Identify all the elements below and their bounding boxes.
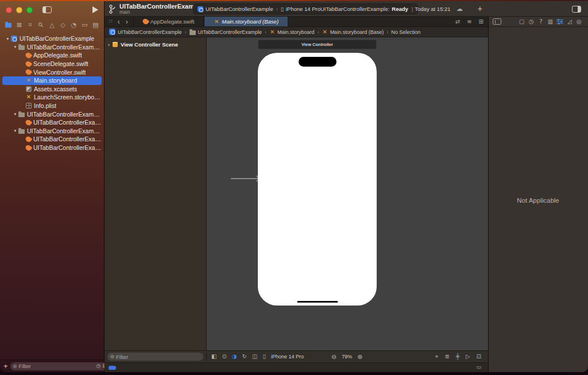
debug-navigator-icon[interactable]: ◔: [69, 20, 79, 29]
swift-file-icon: [25, 52, 33, 59]
history-inspector-icon: ◷: [529, 19, 534, 25]
attributes-inspector-icon[interactable]: [556, 17, 564, 26]
history-inspector-icon[interactable]: ◷: [527, 17, 536, 26]
editor-tab[interactable]: ✕Main.storyboard (Base): [204, 17, 288, 26]
breadcrumb-item[interactable]: No Selection: [391, 29, 420, 35]
add-constraints-icon[interactable]: ╪: [456, 354, 459, 359]
traffic-light-close[interactable]: [6, 7, 12, 13]
add-file-button[interactable]: +: [3, 362, 8, 370]
traffic-light-zoom[interactable]: [26, 7, 33, 13]
size-inspector-icon[interactable]: ◿: [565, 17, 574, 26]
find-navigator-icon[interactable]: ⚲: [36, 20, 46, 29]
zoom-level[interactable]: 79%: [342, 354, 352, 359]
canvas-device-label[interactable]: iPhone 14 Pro: [271, 354, 304, 359]
align-icon[interactable]: ≣: [444, 354, 449, 359]
tab-strip: AppDelegate.swift✕Main.storyboard (Base): [133, 17, 288, 26]
file-tree-item[interactable]: ✕Main.storyboard: [2, 76, 102, 85]
traffic-light-minimize[interactable]: [16, 7, 22, 13]
file-tree-item[interactable]: ▾UITabBarControllerExample: [2, 34, 102, 43]
storyboard-canvas[interactable]: View Controller: [207, 37, 488, 350]
safe-area-icon[interactable]: ⊙: [222, 354, 226, 359]
symbol-navigator-icon[interactable]: ⌗: [25, 20, 35, 29]
code-review-icon[interactable]: ⇄: [455, 19, 460, 25]
disclosure-chevron[interactable]: ▾: [5, 36, 11, 41]
appearance-toggle-icon[interactable]: ◑: [232, 354, 237, 359]
resolve-layout-icon[interactable]: ▷: [466, 354, 470, 359]
disclosure-chevron[interactable]: ▾: [12, 111, 18, 117]
test-navigator-icon[interactable]: ◇: [58, 20, 68, 29]
file-tree-item[interactable]: SceneDelegate.swift: [2, 60, 102, 68]
variants-icon[interactable]: ◫: [252, 354, 257, 359]
file-tree-item[interactable]: Info.plist: [2, 102, 102, 110]
file-tree-item[interactable]: Assets.xcassets: [2, 85, 102, 94]
inspector-toggle-icon[interactable]: [572, 6, 581, 13]
document-outline: › View Controller Scene: [105, 37, 207, 350]
update-frames-icon[interactable]: ⌖: [435, 354, 439, 359]
navigator-filter[interactable]: ◎ ◷ ⊟: [10, 362, 110, 370]
breadcrumb-item[interactable]: UITabBarControllerExample: [109, 29, 182, 35]
add-tab-button[interactable]: +: [478, 4, 482, 13]
run-button[interactable]: [92, 6, 98, 13]
file-tree-item[interactable]: UITabBarControllerExample…: [2, 144, 102, 152]
disclosure-chevron[interactable]: ▾: [12, 128, 18, 133]
initial-view-controller-arrow[interactable]: [231, 178, 259, 179]
editor-options-icon[interactable]: ≡: [467, 19, 471, 25]
zoom-in-button[interactable]: ⊕: [357, 354, 362, 360]
file-tree-item[interactable]: ▾UITabBarControllerExampleTe…: [2, 110, 102, 118]
swift-file-icon: [25, 68, 33, 76]
file-tree-item[interactable]: ✕LaunchScreen.storyboard: [2, 93, 102, 102]
swift-file-icon: [25, 119, 33, 126]
view-controller-view[interactable]: [258, 53, 377, 306]
file-inspector-icon[interactable]: ▢: [517, 17, 526, 26]
chevron-separator: ›: [276, 6, 278, 12]
tab-actions: ⇄≡⊞: [455, 17, 488, 26]
breadcrumb-item[interactable]: UITabBarControllerExample: [189, 29, 262, 35]
zoom-out-button[interactable]: ⊖: [331, 354, 336, 360]
source-control-navigator-icon[interactable]: ⊠: [14, 20, 24, 29]
auto-layout-controls: ⌖≣╪▷⊡: [435, 354, 488, 359]
disclosure-chevron[interactable]: ▾: [12, 44, 18, 49]
orientation-icon[interactable]: ↻: [242, 354, 247, 359]
report-navigator-icon[interactable]: ▤: [91, 20, 100, 29]
inspector-message: Not Applicable: [517, 197, 559, 204]
file-tree-item[interactable]: ▾UITabBarControllerExampleUI…: [2, 127, 102, 136]
outline-filter[interactable]: ◎: [107, 353, 203, 361]
project-navigator-icon[interactable]: [3, 20, 13, 29]
breadcrumb-item[interactable]: ✕Main.storyboard: [269, 29, 315, 35]
sidebar-toggle-icon[interactable]: [42, 6, 52, 13]
file-name: AppDelegate.swift: [33, 52, 82, 59]
device-bezel-icon[interactable]: ▯: [262, 354, 266, 359]
recents-clock-icon[interactable]: ◷: [96, 364, 101, 369]
back-button[interactable]: ‹: [118, 18, 120, 26]
forward-button[interactable]: ›: [126, 18, 128, 26]
embed-icon[interactable]: ⊡: [477, 354, 481, 359]
file-tree-item[interactable]: UITabBarControllerExample…: [2, 118, 102, 127]
outline-filter-input[interactable]: [116, 354, 200, 360]
scheme-selector[interactable]: UITabBarControllerExample › ▯ iPhone 14 …: [198, 6, 320, 12]
breadcrumb-item[interactable]: ✕Main.storyboard (Base): [322, 29, 384, 35]
breadcrumb-label: UITabBarControllerExample: [198, 29, 262, 35]
file-tree-item[interactable]: UITabBarControllerExample…: [2, 135, 102, 144]
breakpoint-navigator-icon[interactable]: ▭: [80, 20, 90, 29]
disclosure-chevron[interactable]: ›: [108, 42, 110, 48]
add-editor-icon[interactable]: ⊞: [479, 19, 483, 25]
file-tree-item[interactable]: ViewController.swift: [2, 68, 102, 76]
related-items-icon[interactable]: ∷: [109, 19, 113, 24]
navigator-filter-input[interactable]: [19, 363, 95, 369]
cloud-status-icon[interactable]: ☁: [457, 6, 463, 12]
toolbar: UITabBarControllerExample main UITabBarC…: [105, 1, 488, 17]
identity-inspector-icon[interactable]: ▥: [546, 17, 555, 26]
swift-file-icon: [25, 136, 33, 143]
symbol-navigator-icon: ⌗: [28, 22, 32, 28]
view-controller-header[interactable]: View Controller: [258, 40, 377, 49]
editor-sidebar-toggle-icon[interactable]: ◧: [211, 354, 216, 359]
hide-inspector-icon[interactable]: [493, 18, 501, 25]
issue-navigator-icon[interactable]: △: [47, 20, 57, 29]
scene-row[interactable]: › View Controller Scene: [105, 41, 206, 48]
editor-tab[interactable]: AppDelegate.swift: [133, 17, 204, 26]
file-tree-item[interactable]: ▾UITabBarControllerExample: [2, 43, 102, 52]
help-inspector-icon[interactable]: ?: [536, 17, 545, 26]
run-destination[interactable]: iPhone 14 Pro: [286, 6, 320, 12]
file-tree-item[interactable]: AppDelegate.swift: [2, 51, 102, 60]
connections-inspector-icon[interactable]: ◎: [575, 17, 583, 26]
